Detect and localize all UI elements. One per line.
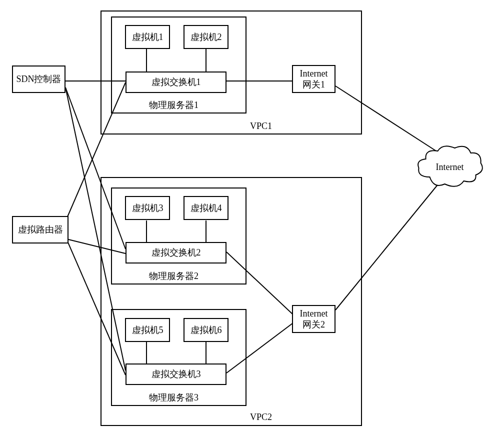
internet-gateway-1-node: Internet 网关1 [292, 65, 336, 93]
physical-server-2-label: 物理服务器2 [149, 270, 198, 282]
vm1-node: 虚拟机1 [125, 25, 170, 49]
vpc1-label: VPC1 [250, 121, 272, 132]
internet-label: Internet [414, 162, 485, 172]
vm5-node: 虚拟机5 [125, 318, 170, 342]
internet-gateway-2-node: Internet 网关2 [292, 305, 336, 333]
vm3-node: 虚拟机3 [125, 196, 170, 220]
vm6-node: 虚拟机6 [184, 318, 228, 342]
sdn-controller-node: SDN控制器 [12, 66, 66, 93]
virtual-router-node: 虚拟路由器 [12, 216, 68, 244]
vswitch1-node: 虚拟交换机1 [126, 72, 226, 93]
vm4-node: 虚拟机4 [184, 196, 228, 220]
physical-server-1-label: 物理服务器1 [149, 99, 198, 111]
physical-server-3-label: 物理服务器3 [149, 392, 198, 404]
vswitch2-node: 虚拟交换机2 [126, 242, 226, 264]
vpc2-label: VPC2 [250, 412, 272, 422]
internet-cloud: Internet [414, 142, 485, 192]
vm2-node: 虚拟机2 [184, 25, 228, 49]
vswitch3-node: 虚拟交换机3 [126, 364, 226, 385]
